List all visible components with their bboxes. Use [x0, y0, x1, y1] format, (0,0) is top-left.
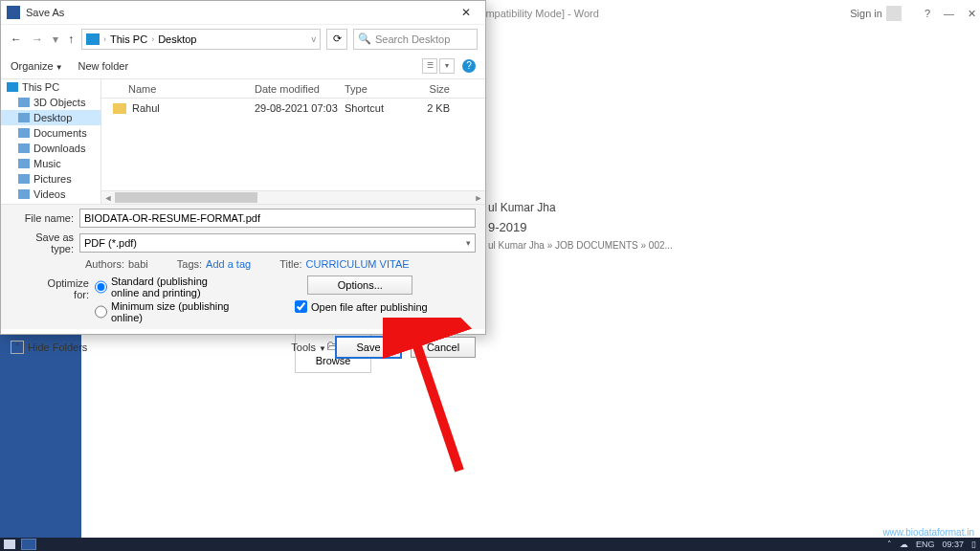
savetype-combo[interactable]: PDF (*.pdf)▾: [79, 233, 476, 253]
authors-value[interactable]: babi: [128, 258, 148, 270]
folder-icon: [113, 103, 126, 114]
tree-item-videos[interactable]: Videos: [1, 187, 100, 202]
list-item[interactable]: Rahul 29-08-2021 07:03 Shortcut 2 KB: [101, 99, 485, 118]
file-list-header[interactable]: Name Date modified Type Size: [101, 79, 485, 99]
address-bar[interactable]: › This PC › Desktop v: [81, 29, 321, 50]
search-icon: 🔍: [358, 33, 371, 45]
tree-item-documents[interactable]: Documents: [1, 125, 100, 141]
tree-item-localdisk[interactable]: Local Disk (C:): [1, 202, 100, 204]
pc-icon: [86, 33, 100, 45]
tree-item-desktop[interactable]: Desktop: [1, 110, 100, 125]
tray-notifications-icon[interactable]: ▯: [971, 540, 976, 549]
tree-root-thispc[interactable]: This PC: [1, 79, 100, 95]
tree-item-music[interactable]: Music: [1, 156, 100, 171]
tray-up-icon[interactable]: ˄: [887, 540, 892, 549]
tray-cloud-icon[interactable]: ☁: [900, 540, 908, 549]
taskbar[interactable]: ˄ ☁ ENG 09:37 ▯: [0, 538, 980, 551]
cancel-button[interactable]: Cancel: [411, 337, 476, 358]
signin-link[interactable]: Sign in: [850, 6, 902, 21]
optimize-standard-radio[interactable]: Standard (publishing online and printing…: [95, 276, 235, 298]
word-icon: [7, 6, 20, 19]
avatar-icon: [886, 6, 902, 21]
chevron-down-icon: ˄: [11, 341, 24, 354]
forward-icon[interactable]: →: [30, 33, 45, 46]
taskbar-word-icon[interactable]: [21, 539, 36, 550]
watermark: www.biodataformat.in: [882, 527, 974, 538]
refresh-icon[interactable]: ⟳: [326, 29, 347, 50]
close-icon[interactable]: ✕: [968, 8, 976, 20]
title-value[interactable]: CURRICULUM VITAE: [306, 258, 410, 270]
up-icon[interactable]: ↑: [66, 33, 76, 46]
options-button[interactable]: Options...: [307, 276, 412, 295]
open-after-checkbox[interactable]: Open file after publishing: [295, 300, 428, 313]
view-dropdown-icon[interactable]: ▾: [439, 58, 455, 74]
minimize-icon[interactable]: —: [944, 8, 954, 20]
search-input[interactable]: 🔍 Search Desktop: [353, 29, 478, 50]
tree-item-3dobjects[interactable]: 3D Objects: [1, 95, 100, 110]
optimize-min-radio[interactable]: Minimum size (publishing online): [95, 300, 235, 323]
recent-locations-icon[interactable]: ▾: [51, 33, 60, 46]
savetype-label: Save as type:: [11, 231, 79, 254]
back-icon[interactable]: ←: [9, 33, 24, 46]
new-folder-button[interactable]: New folder: [78, 60, 129, 72]
tags-value[interactable]: Add a tag: [206, 258, 251, 270]
organize-menu[interactable]: Organize▼: [11, 60, 63, 72]
hide-folders-toggle[interactable]: ˄Hide Folders: [11, 341, 87, 354]
close-icon[interactable]: ✕: [453, 3, 479, 22]
save-as-dialog: Save As ✕ ← → ▾ ↑ › This PC › Desktop v …: [0, 0, 486, 335]
start-icon[interactable]: [4, 540, 15, 549]
horizontal-scrollbar[interactable]: ◄►: [101, 190, 485, 204]
filename-input[interactable]: [79, 209, 476, 228]
help-icon[interactable]: ?: [924, 8, 930, 20]
save-button[interactable]: Save: [336, 337, 401, 358]
filename-label: File name:: [11, 212, 79, 224]
optimize-label: Optimize for:: [33, 276, 95, 323]
tray-time: 09:37: [942, 540, 964, 549]
tree-item-pictures[interactable]: Pictures: [1, 171, 100, 187]
tools-menu[interactable]: Tools ▼: [291, 342, 326, 353]
help-icon[interactable]: ?: [462, 59, 476, 73]
tree-item-downloads[interactable]: Downloads: [1, 141, 100, 156]
view-layout-icon[interactable]: ☰: [422, 58, 437, 74]
dialog-title: Save As: [26, 7, 64, 18]
nav-tree[interactable]: This PC 3D Objects Desktop Documents Dow…: [1, 79, 101, 204]
tray-lang[interactable]: ENG: [916, 540, 935, 549]
